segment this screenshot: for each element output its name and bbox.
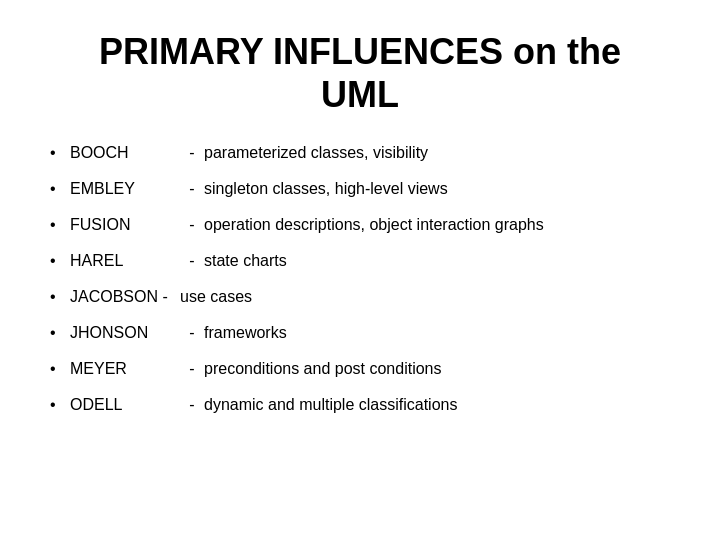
bullet-point: • xyxy=(50,252,70,270)
dash-separator: - xyxy=(180,324,204,342)
influence-description: frameworks xyxy=(204,324,287,342)
bullet-point: • xyxy=(50,180,70,198)
influence-term: MEYER xyxy=(70,360,180,378)
dash-separator: - xyxy=(180,396,204,414)
influence-term: EMBLEY xyxy=(70,180,180,198)
list-item: •FUSION-operation descriptions, object i… xyxy=(50,216,670,234)
page-title: PRIMARY INFLUENCES on the UML xyxy=(50,30,670,116)
influence-description: parameterized classes, visibility xyxy=(204,144,428,162)
influence-term: HAREL xyxy=(70,252,180,270)
list-item: •MEYER-preconditions and post conditions xyxy=(50,360,670,378)
list-item: •JACOBSON -use cases xyxy=(50,288,670,306)
influence-term: JHONSON xyxy=(70,324,180,342)
dash-separator: - xyxy=(180,252,204,270)
main-container: PRIMARY INFLUENCES on the UML •BOOCH-par… xyxy=(50,30,670,432)
list-item: •EMBLEY-singleton classes, high-level vi… xyxy=(50,180,670,198)
list-item: •ODELL-dynamic and multiple classificati… xyxy=(50,396,670,414)
influence-description: state charts xyxy=(204,252,287,270)
influence-description: dynamic and multiple classifications xyxy=(204,396,457,414)
influences-list: •BOOCH-parameterized classes, visibility… xyxy=(50,144,670,414)
influence-description: preconditions and post conditions xyxy=(204,360,442,378)
influence-description: use cases xyxy=(180,288,252,306)
list-item: •HAREL-state charts xyxy=(50,252,670,270)
bullet-point: • xyxy=(50,360,70,378)
bullet-point: • xyxy=(50,324,70,342)
influence-term: ODELL xyxy=(70,396,180,414)
dash-separator: - xyxy=(180,360,204,378)
influence-term: FUSION xyxy=(70,216,180,234)
bullet-point: • xyxy=(50,216,70,234)
bullet-point: • xyxy=(50,144,70,162)
list-item: •JHONSON-frameworks xyxy=(50,324,670,342)
dash-separator: - xyxy=(180,216,204,234)
bullet-point: • xyxy=(50,288,70,306)
influence-description: operation descriptions, object interacti… xyxy=(204,216,544,234)
influence-description: singleton classes, high-level views xyxy=(204,180,448,198)
bullet-point: • xyxy=(50,396,70,414)
list-item: •BOOCH-parameterized classes, visibility xyxy=(50,144,670,162)
dash-separator: - xyxy=(180,144,204,162)
influence-term: BOOCH xyxy=(70,144,180,162)
dash-separator: - xyxy=(180,180,204,198)
influence-term: JACOBSON - xyxy=(70,288,180,306)
